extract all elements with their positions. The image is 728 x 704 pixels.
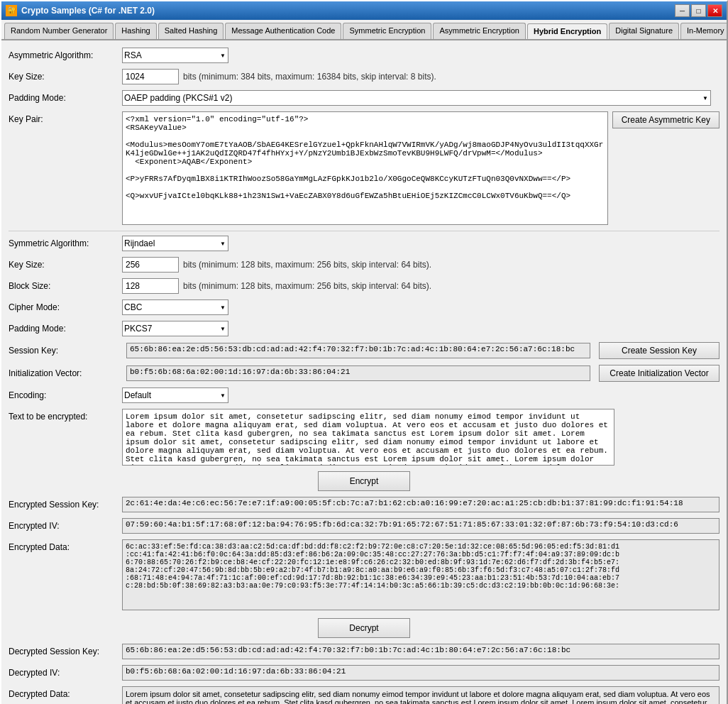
separator-1 [9,231,719,231]
minimize-button[interactable]: ─ [675,4,690,17]
iv-value: b0:f5:6b:68:6a:02:00:1d:16:97:da:6b:33:8… [126,365,590,381]
encrypted-session-key-row: Encrypted Session Key: 2c:61:4e:da:4e:c6… [9,497,719,512]
block-size-info: bits (minimum: 128 bits, maximum: 256 bi… [183,281,431,291]
tab-hashing[interactable]: Hashing [115,23,156,39]
cipher-mode-select-wrapper: CBC [122,299,228,315]
encoding-label: Encoding: [9,390,122,400]
tab-digital-signature[interactable]: Digital Signature [609,23,679,39]
close-button[interactable]: ✕ [707,4,722,17]
asymmetric-key-size-input[interactable] [122,69,179,84]
session-key-row: Session Key: 65:6b:86:ea:2e:d5:56:53:db:… [9,342,719,359]
text-to-encrypt-label: Text to be encrypted: [9,409,122,422]
decrypted-session-key-label: Decrypted Session Key: [9,647,122,656]
encrypted-data-label: Encrypted Data: [9,539,122,552]
title-bar: 🔐 Crypto Samples (C# for .NET 2.0) ─ □ ✕ [1,1,727,20]
maximize-button[interactable]: □ [691,4,706,17]
block-size-row: Block Size: bits (minimum: 128 bits, max… [9,278,719,294]
encrypt-button-row: Encrypt [9,471,719,491]
session-key-value: 65:6b:86:ea:2e:d5:56:53:db:cd:ad:ad:42:f… [126,343,590,358]
cipher-mode-row: Cipher Mode: CBC [9,299,719,315]
decrypted-iv-value: b0:f5:6b:68:6a:02:00:1d:16:97:da:6b:33:8… [122,665,719,681]
encrypted-iv-label: Encrypted IV: [9,521,122,531]
title-controls: ─ □ ✕ [675,4,722,17]
encrypted-iv-row: Encrypted IV: 07:59:60:4a:b1:5f:17:68:0f… [9,518,719,534]
session-key-label: Session Key: [9,346,122,356]
decrypt-button-row: Decrypt [9,618,719,638]
symmetric-algorithm-select-wrapper: Rijndael [122,236,228,251]
asymmetric-padding-row: Padding Mode: OAEP padding (PKCS#1 v2) [9,90,719,106]
symmetric-key-size-input[interactable] [122,257,179,273]
cipher-mode-select[interactable]: CBC [122,299,228,315]
key-pair-row: Key Pair: Create Asymmetric Key [9,111,719,225]
asymmetric-algorithm-select-wrapper: RSA [122,48,228,63]
tab-random-number-generator[interactable]: Random Number Generator [4,23,114,39]
asymmetric-key-size-info: bits (minimum: 384 bits, maximum: 16384 … [183,72,436,82]
symmetric-key-size-label: Key Size: [9,260,122,270]
decrypted-iv-label: Decrypted IV: [9,668,122,678]
decrypted-data-textarea [122,686,719,704]
tab-asymmetric-encryption[interactable]: Asymmetric Encryption [433,23,525,39]
decrypt-button[interactable]: Decrypt [318,618,410,638]
text-to-encrypt-textarea[interactable] [122,409,614,466]
symmetric-algorithm-row: Symmetric Algorithm: Rijndael [9,236,719,251]
main-window: 🔐 Crypto Samples (C# for .NET 2.0) ─ □ ✕… [0,0,728,704]
tab-salted-hashing[interactable]: Salted Hashing [158,23,224,39]
encrypted-session-key-value: 2c:61:4e:da:4e:c6:ec:56:7e:e7:1f:a9:00:0… [122,497,719,512]
encoding-select[interactable]: Default [122,387,228,403]
tabs-bar: Random Number Generator Hashing Salted H… [1,20,727,40]
create-iv-button[interactable]: Create Initialization Vector [599,365,719,382]
symmetric-padding-label: Padding Mode: [9,324,122,334]
tab-mac[interactable]: Message Authentication Code [225,23,341,39]
decrypted-session-key-value: 65:6b:86:ea:2e:d5:56:53:db:cd:ad:ad:42:f… [122,644,719,659]
encrypted-data-row: Encrypted Data: [9,539,719,612]
symmetric-algorithm-label: Symmetric Algorithm: [9,238,122,248]
symmetric-padding-select-wrapper: PKCS7 [122,321,228,336]
encrypt-button[interactable]: Encrypt [318,471,410,491]
create-session-key-button[interactable]: Create Session Key [599,342,719,359]
asymmetric-algorithm-select[interactable]: RSA [122,48,228,63]
asymmetric-padding-select[interactable]: OAEP padding (PKCS#1 v2) [122,90,711,106]
symmetric-key-size-row: Key Size: bits (minimum: 128 bits, maxim… [9,257,719,273]
asymmetric-algorithm-row: Asymmetric Algorithm: RSA [9,48,719,63]
symmetric-padding-row: Padding Mode: PKCS7 [9,321,719,336]
text-to-encrypt-row: Text to be encrypted: [9,409,719,466]
asymmetric-algorithm-label: Asymmetric Algorithm: [9,50,122,60]
iv-row: Initialization Vector: b0:f5:6b:68:6a:02… [9,365,719,382]
decrypted-iv-row: Decrypted IV: b0:f5:6b:68:6a:02:00:1d:16… [9,665,719,681]
encoding-select-wrapper: Default [122,387,228,403]
window-title: Crypto Samples (C# for .NET 2.0) [21,6,155,16]
encoding-row: Encoding: Default [9,387,719,403]
symmetric-algorithm-select[interactable]: Rijndael [122,236,228,251]
decrypted-session-key-row: Decrypted Session Key: 65:6b:86:ea:2e:d5… [9,644,719,659]
cipher-mode-label: Cipher Mode: [9,302,122,312]
tab-in-memory-protection[interactable]: In-Memory Protection [680,23,727,39]
tab-hybrid-encryption[interactable]: Hybrid Encryption [527,23,607,40]
asymmetric-key-size-row: Key Size: bits (minimum: 384 bits, maxim… [9,69,719,84]
asymmetric-key-size-label: Key Size: [9,72,122,82]
encrypted-session-key-label: Encrypted Session Key: [9,500,122,510]
symmetric-padding-select[interactable]: PKCS7 [122,321,228,336]
asymmetric-padding-select-wrapper: OAEP padding (PKCS#1 v2) [122,90,711,106]
symmetric-key-size-info: bits (minimum: 128 bits, maximum: 256 bi… [183,260,431,270]
block-size-label: Block Size: [9,281,122,291]
main-content: Asymmetric Algorithm: RSA Key Size: bits… [1,40,727,704]
key-pair-label: Key Pair: [9,111,122,124]
create-asymmetric-key-button[interactable]: Create Asymmetric Key [612,111,719,128]
iv-label: Initialization Vector: [9,368,122,378]
key-pair-textarea[interactable] [122,111,608,225]
asymmetric-padding-label: Padding Mode: [9,93,122,103]
encrypted-iv-value: 07:59:60:4a:b1:5f:17:68:0f:12:ba:94:76:9… [122,518,719,534]
block-size-input[interactable] [122,278,179,294]
encrypted-data-textarea [122,539,719,610]
app-icon: 🔐 [6,5,17,16]
decrypted-data-row: Decrypted Data: [9,686,719,704]
decrypted-data-label: Decrypted Data: [9,686,122,699]
tab-symmetric-encryption[interactable]: Symmetric Encryption [343,23,431,39]
